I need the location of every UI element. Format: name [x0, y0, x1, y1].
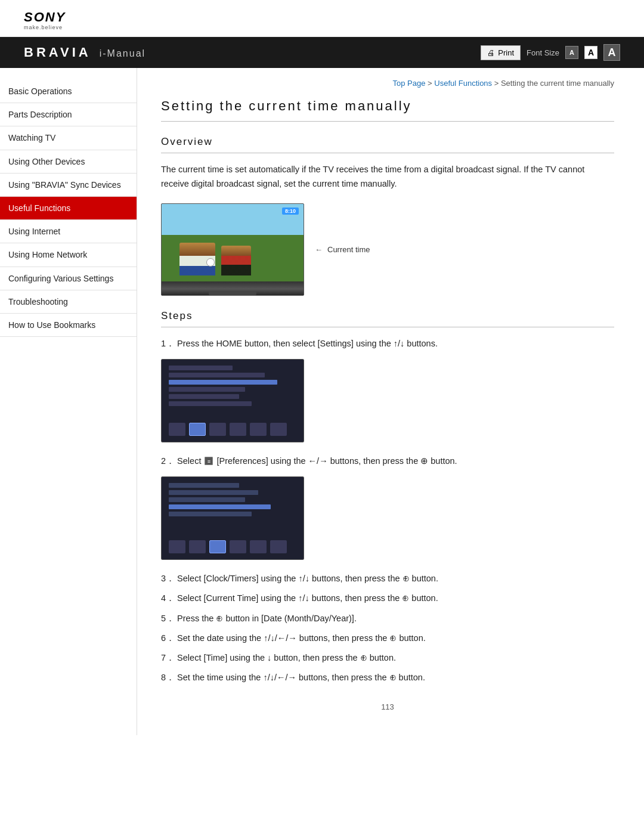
breadcrumb-useful-functions[interactable]: Useful Functions — [434, 79, 492, 88]
nav-controls: 🖨 Print Font Size A A A — [481, 44, 620, 61]
tv-time-badge: 8:10 — [282, 208, 299, 215]
step-7: 7． Select [Time] using the ↓ button, the… — [161, 651, 614, 665]
step-3: 3． Select [Clock/Timers] using the ↑/↓ b… — [161, 572, 614, 586]
menu-icon-3 — [209, 423, 226, 436]
step-6: 6． Set the date using the ↑/↓/←/→ button… — [161, 631, 614, 645]
pref-icon-row — [169, 540, 296, 553]
menu-line-5 — [169, 401, 252, 406]
step-7-num: 7． — [161, 653, 175, 662]
pref-line-2 — [169, 490, 258, 495]
tv-player2 — [221, 246, 251, 275]
step-2-text: Select ≡ [Preferences] using the ←/→ but… — [177, 456, 457, 466]
menu-icon-row — [169, 423, 296, 436]
tv-ball — [206, 258, 215, 267]
menu-line-1 — [169, 366, 233, 370]
font-size-label: Font Size — [527, 48, 559, 57]
pref-icon-1 — [169, 540, 185, 553]
step-4-num: 4． — [161, 593, 175, 603]
step-5-text: Press the ⊕ button in [Date (Month/Day/Y… — [177, 614, 357, 623]
sidebar-item-using-bravia-sync[interactable]: Using "BRAVIA" Sync Devices — [0, 174, 137, 197]
screenshot-settings — [161, 359, 304, 442]
menu-line-active — [169, 380, 277, 385]
tv-image-caption: ← Current time — [315, 245, 370, 254]
pref-icon-2 — [189, 540, 206, 553]
pref-line-5 — [169, 512, 252, 516]
prefs-icon: ≡ — [205, 457, 213, 465]
pref-line-3 — [169, 497, 245, 502]
pref-icon-5 — [250, 540, 267, 553]
top-bar: SONY make.believe — [0, 0, 644, 37]
caption-text: Current time — [327, 245, 370, 254]
step-5: 5． Press the ⊕ button in [Date (Month/Da… — [161, 612, 614, 625]
content-area: Top Page > Useful Functions > Setting th… — [137, 68, 644, 735]
font-medium-button[interactable]: A — [584, 46, 597, 59]
menu-icon-4 — [230, 423, 246, 436]
menu-line-4 — [169, 394, 239, 399]
menu-icon-5 — [250, 423, 267, 436]
sidebar-item-useful-functions[interactable]: Useful Functions — [0, 197, 137, 220]
sidebar-item-parts-description[interactable]: Parts Description — [0, 103, 137, 126]
overview-text: The current time is set automatically if… — [161, 163, 614, 191]
step-4: 4． Select [Current Time] using the ↑/↓ b… — [161, 592, 614, 605]
tv-screenshot-image: 8:10 — [161, 203, 304, 296]
step-4-text: Select [Current Time] using the ↑/↓ butt… — [177, 593, 438, 603]
sidebar-item-using-internet[interactable]: Using Internet — [0, 220, 137, 243]
breadcrumb-current: Setting the current time manually — [501, 79, 614, 88]
sony-logo-block: SONY make.believe — [24, 11, 620, 30]
step-2-num: 2． — [161, 456, 175, 466]
menu-line-3 — [169, 387, 245, 392]
sidebar-item-how-to-use-bookmarks[interactable]: How to Use Bookmarks — [0, 314, 137, 337]
page-title: Setting the current time manually — [161, 98, 614, 122]
step-2: 2． Select ≡ [Preferences] using the ←/→ … — [161, 454, 614, 468]
step-6-num: 6． — [161, 633, 175, 643]
sony-tagline: make.believe — [24, 24, 620, 30]
tv-stand-foot — [209, 291, 256, 295]
font-large-button[interactable]: A — [603, 44, 620, 61]
step-1-num: 1． — [161, 339, 175, 348]
font-small-button[interactable]: A — [565, 46, 578, 59]
step-6-text: Set the date using the ↑/↓/←/→ buttons, … — [177, 633, 426, 643]
main-container: Basic Operations Parts Description Watch… — [0, 68, 644, 735]
step-3-num: 3． — [161, 574, 175, 583]
step-8: 8． Set the time using the ↑/↓/←/→ button… — [161, 671, 614, 685]
tv-image-block: 8:10 ← Current time — [161, 203, 614, 296]
overview-heading: Overview — [161, 136, 614, 153]
bravia-logo: BRAVIA — [24, 45, 91, 60]
step-5-num: 5． — [161, 614, 175, 623]
step-3-text: Select [Clock/Timers] using the ↑/↓ butt… — [177, 574, 438, 583]
pref-icon-4 — [230, 540, 246, 553]
menu-icon-selected — [189, 423, 206, 436]
breadcrumb: Top Page > Useful Functions > Setting th… — [161, 79, 614, 88]
nav-brand: BRAVIA i-Manual — [24, 45, 145, 60]
breadcrumb-sep2: > — [494, 79, 501, 88]
pref-line-active — [169, 504, 271, 509]
sidebar-item-troubleshooting[interactable]: Troubleshooting — [0, 290, 137, 314]
sidebar-item-using-other-devices[interactable]: Using Other Devices — [0, 150, 137, 174]
step-8-num: 8． — [161, 673, 175, 682]
step-7-text: Select [Time] using the ↓ button, then p… — [177, 653, 396, 662]
menu-line-2 — [169, 373, 265, 377]
steps-heading: Steps — [161, 310, 614, 327]
sony-logo: SONY — [24, 11, 620, 24]
step-1-text: Press the HOME button, then select [Sett… — [177, 339, 438, 348]
breadcrumb-sep1: > — [428, 79, 434, 88]
breadcrumb-top-page[interactable]: Top Page — [393, 79, 426, 88]
printer-icon: 🖨 — [487, 48, 495, 57]
imanual-label: i-Manual — [100, 48, 145, 59]
page-number: 113 — [161, 702, 614, 711]
nav-bar: BRAVIA i-Manual 🖨 Print Font Size A A A — [0, 37, 644, 68]
menu-icon-6 — [270, 423, 287, 436]
menu-icon-1 — [169, 423, 185, 436]
pref-icon-selected — [209, 540, 226, 553]
sidebar-item-watching-tv[interactable]: Watching TV — [0, 126, 137, 150]
sidebar: Basic Operations Parts Description Watch… — [0, 68, 137, 735]
sidebar-item-configuring-settings[interactable]: Configuring Various Settings — [0, 267, 137, 290]
screenshot-preferences — [161, 476, 304, 560]
sidebar-item-using-home-network[interactable]: Using Home Network — [0, 243, 137, 267]
step-1: 1． Press the HOME button, then select [S… — [161, 337, 614, 351]
caption-arrow-icon: ← — [315, 245, 323, 254]
sidebar-item-basic-operations[interactable]: Basic Operations — [0, 80, 137, 103]
print-button[interactable]: 🖨 Print — [481, 45, 521, 60]
print-label: Print — [498, 48, 514, 57]
step-8-text: Set the time using the ↑/↓/←/→ buttons, … — [177, 673, 425, 682]
